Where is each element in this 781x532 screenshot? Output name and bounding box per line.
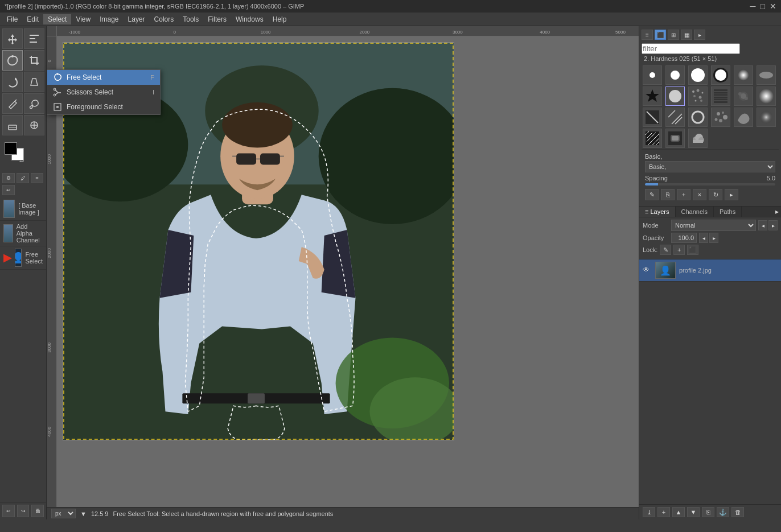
brush-swatch-soft2[interactable] [757, 108, 776, 127]
lock-alpha-btn[interactable]: ⬛ [687, 245, 698, 255]
snap-tab[interactable]: ≡ [31, 173, 43, 183]
dropdown-item-free-select[interactable]: Free Select F [47, 70, 160, 85]
brush-swatch-circle-sm[interactable] [643, 65, 662, 85]
brush-edit-btn[interactable]: ✎ [645, 189, 659, 200]
brush-swatch-diag1[interactable] [665, 108, 685, 127]
brush-swatch-blur-med[interactable] [757, 65, 776, 85]
menu-colors[interactable]: Colors [150, 14, 179, 24]
dropdown-item-foreground[interactable]: Foreground Select [47, 100, 160, 114]
brush-swatch-lines1[interactable] [643, 108, 662, 127]
menu-image[interactable]: Image [95, 14, 123, 24]
tool-paintbrush[interactable] [24, 93, 44, 114]
brush-swatch-circle-xl[interactable] [711, 65, 730, 85]
swap-colors-icon[interactable] [18, 157, 25, 164]
lock-position-btn[interactable]: + [673, 245, 685, 255]
mode-select[interactable]: Normal Multiply Screen [671, 220, 756, 231]
brush-swatch-rough1[interactable] [734, 108, 753, 127]
layer-panel-menu[interactable]: ▸ [773, 207, 781, 217]
opacity-next-btn[interactable]: ▸ [709, 233, 718, 243]
menu-view[interactable]: View [71, 14, 95, 24]
opacity-prev-btn[interactable]: ◂ [699, 233, 708, 243]
tool-perspective[interactable] [24, 72, 44, 92]
brush-refresh-btn[interactable]: ↻ [709, 189, 722, 200]
brush-swatch-splat1[interactable] [734, 86, 753, 106]
redo-button[interactable]: ↪ [17, 505, 30, 517]
menu-edit[interactable]: Edit [22, 14, 43, 24]
undo-history-tab[interactable]: ↩ [2, 185, 15, 195]
mode-next-btn[interactable]: ▸ [768, 220, 778, 230]
brush-preset-select[interactable]: Basic, [645, 161, 775, 172]
maximize-button[interactable]: □ [761, 2, 765, 11]
tab-layers[interactable]: ≡ Layers [639, 207, 676, 217]
brush-folder-btn[interactable]: ▸ [725, 189, 738, 200]
unit-select[interactable]: px % mm [51, 509, 76, 518]
layer-duplicate-btn[interactable]: ⎘ [702, 507, 714, 517]
brush-swatch-circle-lg[interactable] [688, 65, 708, 85]
layer-new-from-visible-btn[interactable]: ⤓ [643, 507, 655, 517]
undo-button[interactable]: ↩ [2, 505, 15, 517]
panel-icon-patterns[interactable]: ⊞ [668, 30, 679, 40]
brush-filter-input[interactable] [642, 43, 740, 54]
brush-copy-btn[interactable]: ⎘ [661, 189, 675, 200]
spacing-slider[interactable] [645, 183, 775, 185]
left-panel-controls: ⚙ 🖊 ≡ ↩ [0, 171, 46, 197]
history-item-base[interactable]: [ Base Image ] [0, 197, 46, 221]
menu-windows[interactable]: Windows [231, 14, 268, 24]
layer-visibility-eye[interactable]: 👁 [643, 266, 652, 275]
brush-swatch-circle-med[interactable] [665, 65, 685, 85]
brush-swatch-splatter2[interactable] [711, 108, 730, 127]
tab-paths[interactable]: Paths [714, 207, 742, 217]
close-button[interactable]: ✕ [770, 2, 776, 11]
panel-icon-layers[interactable]: ≡ [642, 30, 653, 40]
brush-swatch-round2[interactable] [688, 108, 708, 127]
brush-swatch-blur2[interactable] [665, 129, 685, 148]
device-status-tab[interactable]: 🖊 [17, 173, 29, 183]
tool-eraser[interactable] [2, 115, 23, 135]
brush-delete-btn[interactable]: × [693, 189, 706, 200]
svg-point-35 [715, 69, 726, 81]
layer-anchor-btn[interactable]: ⚓ [717, 507, 729, 517]
layer-new-btn[interactable]: + [657, 507, 670, 517]
panel-expand[interactable]: ▸ [694, 30, 705, 40]
brush-swatch-scattered[interactable] [688, 86, 708, 106]
brush-swatch-blur-sm[interactable] [734, 65, 753, 85]
panel-icon-gradients[interactable]: ▦ [681, 30, 692, 40]
history-item-freeselect[interactable]: ▶ 👤 Free Select [0, 246, 46, 270]
tool-rotate[interactable] [2, 72, 23, 92]
brush-swatch-hard025[interactable] [665, 86, 685, 106]
menu-help[interactable]: Help [268, 14, 291, 24]
tool-free-select[interactable] [2, 50, 23, 71]
dropdown-item-scissors[interactable]: Scissors Select I [47, 85, 160, 100]
history-item-alpha[interactable]: Add Alpha Channel [0, 221, 46, 246]
tool-clone[interactable] [24, 115, 44, 135]
brush-swatch-hatch1[interactable] [643, 129, 662, 148]
menu-select[interactable]: Select [43, 14, 71, 24]
mode-prev-btn[interactable]: ◂ [758, 220, 767, 230]
tool-pencil[interactable] [2, 93, 23, 114]
opacity-input[interactable] [671, 233, 697, 243]
brush-swatch-texture1[interactable] [711, 86, 730, 106]
tab-channels[interactable]: Channels [676, 207, 714, 217]
menu-layer[interactable]: Layer [124, 14, 150, 24]
layer-item-profile[interactable]: 👁 👤 profile 2.jpg [639, 259, 781, 282]
lock-pixels-btn[interactable]: ✎ [660, 245, 671, 255]
brush-new-btn[interactable]: + [677, 189, 690, 200]
svg-rect-2 [30, 38, 35, 39]
tool-move[interactable] [2, 28, 23, 49]
minimize-button[interactable]: ─ [750, 2, 756, 11]
panel-icon-brushes[interactable]: ⬛ [655, 30, 666, 40]
brush-swatch-star[interactable] [643, 86, 662, 106]
layer-lower-btn[interactable]: ▼ [687, 507, 700, 517]
menu-tools[interactable]: Tools [178, 14, 203, 24]
layer-raise-btn[interactable]: ▲ [672, 507, 685, 517]
tool-align[interactable] [24, 28, 44, 49]
menu-filters[interactable]: Filters [203, 14, 231, 24]
print-button[interactable]: 🖶 [31, 505, 44, 517]
brush-swatch-cloud1[interactable] [688, 129, 708, 148]
foreground-color-swatch[interactable] [5, 142, 17, 155]
menu-file[interactable]: File [2, 14, 22, 24]
tool-crop[interactable] [24, 50, 44, 71]
tool-options-tab[interactable]: ⚙ [2, 173, 15, 183]
layer-delete-btn[interactable]: 🗑 [731, 507, 744, 517]
brush-swatch-soft1[interactable] [757, 86, 776, 106]
